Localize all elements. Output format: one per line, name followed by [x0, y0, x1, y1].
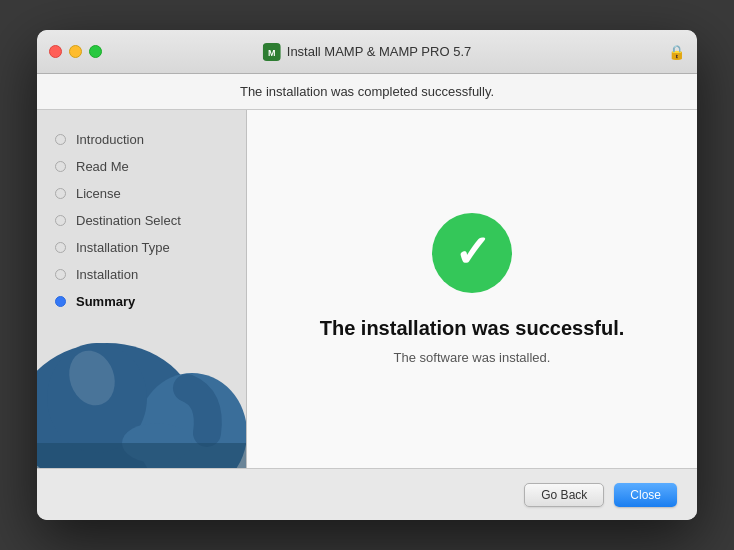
success-title: The installation was successful.: [320, 317, 625, 340]
success-icon-circle: ✓: [432, 213, 512, 293]
sidebar-item-introduction: Introduction: [37, 126, 246, 153]
svg-rect-7: [37, 443, 246, 468]
main-content: ✓ The installation was successful. The s…: [247, 110, 697, 468]
completion-message: The installation was completed successfu…: [37, 74, 697, 110]
minimize-button[interactable]: [69, 45, 82, 58]
close-button[interactable]: [49, 45, 62, 58]
step-dot-installation-type: [55, 242, 66, 253]
installer-window: M Install MAMP & MAMP PRO 5.7 🔒 The inst…: [37, 30, 697, 520]
sidebar-item-destination-select: Destination Select: [37, 207, 246, 234]
main-panel: ✓ The installation was successful. The s…: [247, 110, 697, 468]
sidebar-item-license: License: [37, 180, 246, 207]
checkmark-icon: ✓: [454, 230, 491, 274]
step-dot-read-me: [55, 161, 66, 172]
step-dot-license: [55, 188, 66, 199]
svg-text:M: M: [268, 48, 276, 58]
window-title: M Install MAMP & MAMP PRO 5.7: [263, 43, 471, 61]
sidebar: Introduction Read Me License Destination…: [37, 110, 247, 468]
sidebar-item-installation-type: Installation Type: [37, 234, 246, 261]
bottom-bar: Go Back Close: [37, 468, 697, 520]
traffic-lights: [49, 45, 102, 58]
lock-icon: 🔒: [668, 44, 685, 60]
go-back-button[interactable]: Go Back: [524, 483, 604, 507]
sidebar-item-read-me: Read Me: [37, 153, 246, 180]
maximize-button[interactable]: [89, 45, 102, 58]
step-dot-introduction: [55, 134, 66, 145]
mamp-logo-icon: M: [263, 43, 281, 61]
titlebar: M Install MAMP & MAMP PRO 5.7 🔒: [37, 30, 697, 74]
step-dot-destination-select: [55, 215, 66, 226]
content-area: Introduction Read Me License Destination…: [37, 110, 697, 468]
success-subtitle: The software was installed.: [394, 350, 551, 365]
close-button-action[interactable]: Close: [614, 483, 677, 507]
sidebar-artwork: [37, 258, 246, 468]
mamp-artwork: [37, 258, 246, 468]
